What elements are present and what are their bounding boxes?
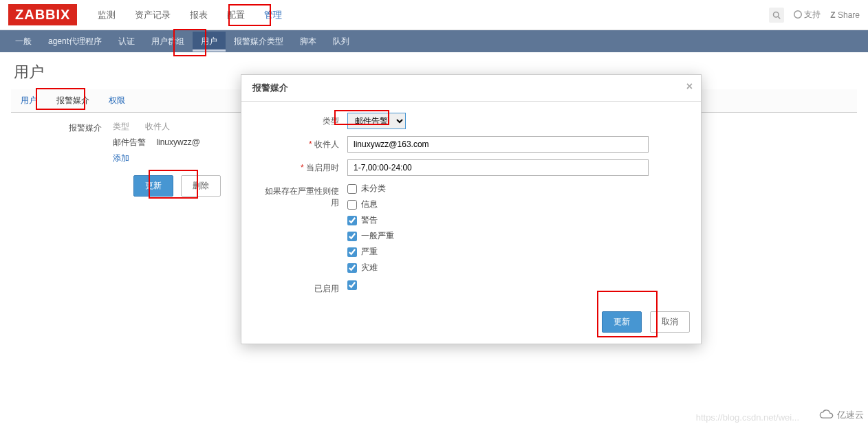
- sev-info[interactable]: 信息: [347, 199, 394, 210]
- annotation-highlight: [597, 291, 658, 337]
- sev-warning[interactable]: 警告: [347, 214, 394, 226]
- watermark-url: https://blog.csdn.net/wei...: [696, 412, 799, 423]
- recipient-label: * 收件人: [258, 136, 347, 150]
- sev-high[interactable]: 严重: [347, 246, 394, 258]
- enabled-label: 已启用: [258, 280, 347, 295]
- sev-disaster[interactable]: 灾难: [347, 262, 394, 274]
- annotation-highlight: [228, 4, 271, 26]
- watermark-brand: 亿速云: [819, 409, 864, 421]
- sev-notclassified[interactable]: 未分类: [347, 183, 394, 194]
- annotation-highlight: [149, 170, 198, 199]
- modal-title: 报警媒介 ×: [241, 75, 701, 102]
- close-icon[interactable]: ×: [686, 80, 693, 93]
- annotation-highlight: [36, 88, 85, 110]
- annotation-highlight: [173, 29, 206, 56]
- when-active-label: * 当启用时: [258, 159, 347, 174]
- cloud-icon: [819, 410, 834, 421]
- recipient-input[interactable]: [347, 136, 649, 153]
- modal-overlay: 报警媒介 × 类型 邮件告警 * 收件人 * 当启用时 如果存在严: [0, 0, 868, 424]
- annotation-highlight: [334, 110, 389, 125]
- sev-average[interactable]: 一般严重: [347, 230, 394, 242]
- severity-label: 如果存在严重性则使用: [258, 183, 347, 209]
- severity-list: 未分类 信息 警告 一般严重 严重 灾难: [347, 183, 394, 274]
- when-active-input[interactable]: [347, 159, 649, 176]
- enabled-checkbox[interactable]: [347, 280, 357, 290]
